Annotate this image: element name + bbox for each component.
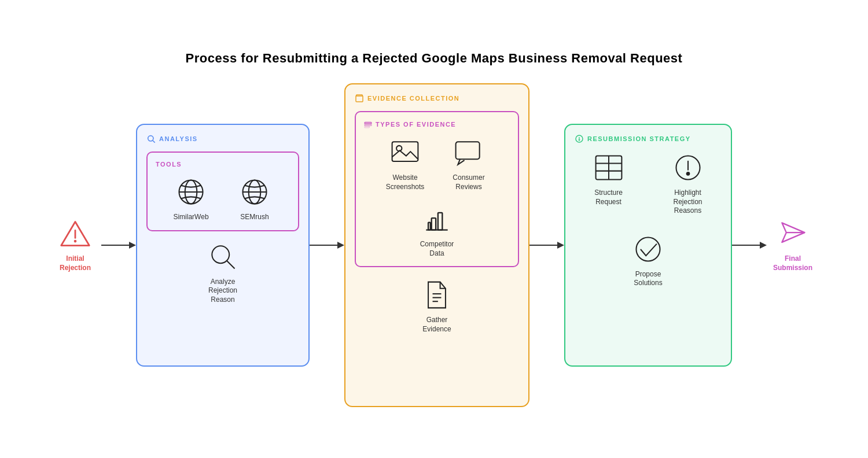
final-submission-step: Final Submission: [767, 217, 819, 272]
analyze-row: Analyze Rejection Reason: [146, 241, 299, 305]
analyze-label: Analyze Rejection Reason: [208, 278, 237, 305]
types-evidence-label: TYPES OF EVIDENCE: [364, 120, 510, 128]
competitor-data-label: Competitor Data: [420, 240, 454, 258]
tools-grid: SimilarWeb SEMrush: [156, 176, 290, 222]
arrow-2: [310, 237, 344, 254]
svg-point-42: [636, 237, 660, 261]
svg-marker-31: [557, 242, 564, 249]
svg-rect-19: [365, 127, 369, 128]
svg-marker-44: [760, 242, 767, 249]
bar-chart-icon: [421, 203, 453, 235]
document-icon: [421, 279, 453, 311]
svg-rect-24: [432, 218, 436, 230]
resubmission-label: RESUBMISSION STRATEGY: [575, 134, 722, 143]
analysis-box: ANALYSIS TOOLS SimilarWeb: [136, 124, 310, 367]
final-submission-label: Final Submission: [773, 254, 812, 272]
evidence-collection-box: EVIDENCE COLLECTION TYPES OF EVIDENCE We…: [344, 83, 529, 407]
image-icon: [389, 136, 421, 169]
svg-line-6: [153, 141, 155, 143]
svg-rect-17: [365, 123, 372, 124]
alert-circle-icon: [672, 152, 704, 184]
competitor-data-item: Competitor Data: [411, 203, 463, 258]
gather-evidence-item: Gather Evidence: [411, 279, 463, 334]
arrow-1: [101, 237, 136, 254]
resubmission-grid: Structure Request Highlight Rejection Re…: [575, 152, 722, 288]
svg-rect-26: [428, 223, 431, 230]
arrow-3: [529, 237, 564, 254]
svg-marker-16: [337, 242, 344, 249]
svg-marker-4: [129, 242, 136, 249]
send-icon: [777, 217, 809, 250]
table-icon: [593, 152, 625, 184]
svg-point-5: [148, 136, 153, 141]
similarweb-item: SimilarWeb: [165, 176, 217, 222]
svg-rect-22: [456, 142, 480, 159]
gather-evidence-row: Gather Evidence: [355, 279, 519, 334]
tools-label: TOOLS: [156, 161, 290, 168]
svg-rect-20: [392, 142, 418, 161]
evidence-collection-label: EVIDENCE COLLECTION: [355, 94, 519, 103]
propose-solutions-label: Propose Solutions: [634, 270, 662, 288]
search-icon: [207, 241, 239, 273]
initial-rejection-label: Initial Rejection: [60, 254, 91, 272]
semrush-label: SEMrush: [240, 213, 269, 222]
highlight-rejection-item: Highlight Rejection Reasons: [662, 152, 714, 216]
globe-icon-1: [175, 176, 207, 208]
screenshots-label: Website Screenshots: [386, 173, 425, 191]
check-circle-icon: [632, 233, 664, 265]
svg-rect-25: [438, 213, 442, 230]
svg-point-41: [686, 172, 689, 175]
consumer-reviews-label: Consumer Reviews: [453, 173, 484, 191]
gather-evidence-label: Gather Evidence: [422, 316, 451, 334]
analysis-label: ANALYSIS: [146, 134, 299, 143]
similarweb-label: SimilarWeb: [173, 213, 208, 222]
warning-icon: [59, 217, 91, 250]
screenshots-item: Website Screenshots: [379, 136, 431, 191]
chat-icon: [453, 136, 485, 169]
arrow-4: [732, 237, 767, 254]
structure-request-label: Structure Request: [594, 189, 623, 206]
propose-solutions-item: Propose Solutions: [622, 233, 674, 288]
semrush-item: SEMrush: [229, 176, 281, 222]
types-evidence-box: TYPES OF EVIDENCE Website Screenshots: [355, 111, 519, 267]
globe-icon-2: [238, 176, 271, 208]
highlight-rejection-label: Highlight Rejection Reasons: [673, 189, 702, 216]
svg-line-14: [227, 260, 235, 268]
svg-point-2: [74, 240, 77, 243]
resubmission-box: RESUBMISSION STRATEGY Structure Request: [564, 124, 732, 367]
tools-box: TOOLS SimilarWeb: [146, 152, 299, 231]
svg-point-34: [579, 139, 579, 140]
analyze-item: Analyze Rejection Reason: [197, 241, 249, 305]
structure-request-item: Structure Request: [583, 152, 635, 216]
initial-rejection-step: Initial Rejection: [49, 217, 101, 272]
flow-container: Initial Rejection ANALYSIS TOOLS: [49, 83, 819, 407]
page-title: Process for Resubmitting a Rejected Goog…: [186, 51, 683, 66]
consumer-reviews-item: Consumer Reviews: [443, 136, 495, 191]
types-grid: Website Screenshots Consumer Reviews: [364, 136, 510, 258]
svg-rect-18: [365, 124, 372, 125]
